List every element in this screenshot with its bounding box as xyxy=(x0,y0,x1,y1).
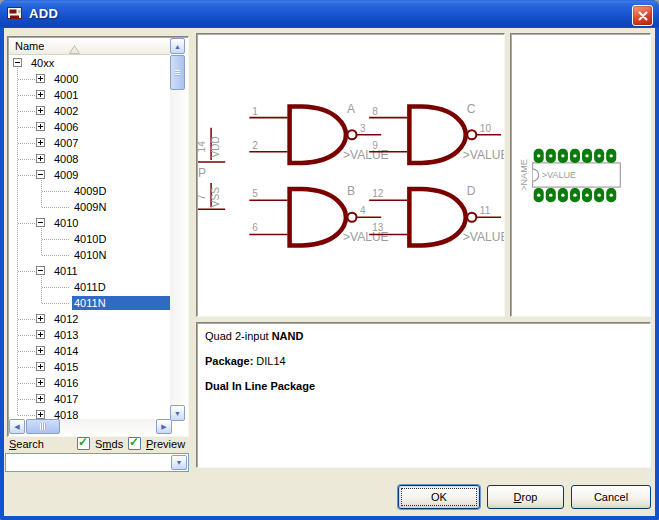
tree-item-label[interactable]: 4017 xyxy=(52,392,80,406)
tree-item-4012[interactable]: 4012 xyxy=(9,311,171,327)
tree-item-label[interactable]: 4011 xyxy=(52,264,80,278)
smds-checkbox-label[interactable]: Smds xyxy=(95,438,123,450)
search-input[interactable] xyxy=(7,455,169,470)
tree-toggle-plus[interactable] xyxy=(36,122,45,131)
tree-toggle-plus[interactable] xyxy=(36,362,45,371)
tree-toggle-plus[interactable] xyxy=(36,106,45,115)
tree-item-label[interactable]: 4010D xyxy=(72,232,108,246)
svg-text:P: P xyxy=(198,166,206,180)
tree-item-40xx[interactable]: 40xx xyxy=(9,55,171,71)
tree-item-label[interactable]: 4012 xyxy=(52,312,80,326)
svg-text:B: B xyxy=(347,184,355,198)
tree-item-4002[interactable]: 4002 xyxy=(9,103,171,119)
tree-toggle-minus[interactable] xyxy=(13,58,22,67)
drop-button[interactable]: Drop xyxy=(487,485,564,509)
tree-item-4011[interactable]: 4011 xyxy=(9,263,171,279)
svg-text:6: 6 xyxy=(252,222,258,233)
tree-item-label[interactable]: 4008 xyxy=(52,152,80,166)
tree-toggle-plus[interactable] xyxy=(36,74,45,83)
tree-item-label[interactable]: 4011N xyxy=(72,296,171,310)
window-title: ADD xyxy=(29,6,58,21)
tree-item-label[interactable]: 4014 xyxy=(52,344,80,358)
tree-item-label[interactable]: 4007 xyxy=(52,136,80,150)
scroll-right-button[interactable]: ▶ xyxy=(156,419,172,434)
tree-item-4009n[interactable]: 4009N xyxy=(9,199,171,215)
tree-column-header[interactable]: Name xyxy=(9,38,171,55)
tree-item-4010[interactable]: 4010 xyxy=(9,215,171,231)
tree-toggle-minus[interactable] xyxy=(36,266,45,275)
tree-vertical-scrollbar[interactable]: ▲ ▼ xyxy=(170,38,187,421)
preview-checkbox[interactable]: ✓ xyxy=(128,437,141,450)
search-combobox[interactable]: ▼ xyxy=(5,453,189,472)
svg-text:2: 2 xyxy=(252,140,258,151)
close-button[interactable] xyxy=(632,5,653,26)
svg-text:1: 1 xyxy=(252,106,258,117)
tree-item-4011n[interactable]: 4011N xyxy=(9,295,171,311)
svg-text:5: 5 xyxy=(252,188,258,199)
tree-toggle-plus[interactable] xyxy=(36,378,45,387)
tree-item-label[interactable]: 4002 xyxy=(52,104,80,118)
horizontal-scrollbar-thumb[interactable] xyxy=(26,419,60,434)
tree-item-4015[interactable]: 4015 xyxy=(9,359,171,375)
tree-toggle-plus[interactable] xyxy=(36,330,45,339)
tree-toggle-plus[interactable] xyxy=(36,346,45,355)
tree-item-4016[interactable]: 4016 xyxy=(9,375,171,391)
dil14-package-drawing: >NAME >VALUE xyxy=(511,34,650,316)
scroll-up-button[interactable]: ▲ xyxy=(170,38,185,54)
tree-item-label[interactable]: 4006 xyxy=(52,120,80,134)
tree-item-4013[interactable]: 4013 xyxy=(9,327,171,343)
svg-text:7: 7 xyxy=(197,194,207,200)
tree-item-4010n[interactable]: 4010N xyxy=(9,247,171,263)
scroll-left-button[interactable]: ◀ xyxy=(9,419,25,434)
svg-text:13: 13 xyxy=(372,222,384,233)
tree-item-4000[interactable]: 4000 xyxy=(9,71,171,87)
tree-toggle-plus[interactable] xyxy=(36,314,45,323)
tree-item-4006[interactable]: 4006 xyxy=(9,119,171,135)
tree-item-label[interactable]: 4010N xyxy=(72,248,108,262)
tree-toggle-plus[interactable] xyxy=(36,394,45,403)
library-tree: 40xx40004001400240064007400840094009D400… xyxy=(9,55,171,421)
preview-checkbox-label[interactable]: Preview xyxy=(146,438,185,450)
tree-toggle-plus[interactable] xyxy=(36,154,45,163)
tree-toggle-plus[interactable] xyxy=(36,90,45,99)
tree-toggle-minus[interactable] xyxy=(36,218,45,227)
tree-toggle-minus[interactable] xyxy=(36,170,45,179)
tree-item-label[interactable]: 4009N xyxy=(72,200,108,214)
tree-item-4007[interactable]: 4007 xyxy=(9,135,171,151)
tree-item-label[interactable]: 40xx xyxy=(29,56,56,70)
tree-item-4009[interactable]: 4009 xyxy=(9,167,171,183)
tree-item-4009d[interactable]: 4009D xyxy=(9,183,171,199)
tree-toggle-plus[interactable] xyxy=(36,410,45,419)
svg-text:D: D xyxy=(467,184,476,198)
svg-text:11: 11 xyxy=(480,205,491,216)
vertical-scrollbar-thumb[interactable] xyxy=(170,55,185,90)
tree-item-label[interactable]: 4000 xyxy=(52,72,80,86)
cancel-button[interactable]: Cancel xyxy=(571,485,651,509)
tree-item-label[interactable]: 4013 xyxy=(52,328,80,342)
tree-header-label: Name xyxy=(15,40,44,52)
tree-item-4008[interactable]: 4008 xyxy=(9,151,171,167)
smds-checkbox[interactable]: ✓ xyxy=(77,437,90,450)
tree-horizontal-scrollbar[interactable]: ◀ ▶ xyxy=(9,419,172,435)
tree-item-label[interactable]: 4010 xyxy=(52,216,80,230)
svg-text:8: 8 xyxy=(372,106,378,117)
svg-text:>VALUE: >VALUE xyxy=(542,170,576,180)
svg-text:4: 4 xyxy=(360,205,366,216)
tree-item-label[interactable]: 4009D xyxy=(72,184,108,198)
tree-item-4010d[interactable]: 4010D xyxy=(9,231,171,247)
tree-item-label[interactable]: 4001 xyxy=(52,88,80,102)
tree-item-label[interactable]: 4011D xyxy=(72,280,108,294)
nand-gate-d: 12 13 11 D >VALUE xyxy=(369,184,504,245)
tree-item-4017[interactable]: 4017 xyxy=(9,391,171,407)
tree-toggle-plus[interactable] xyxy=(36,138,45,147)
tree-item-4014[interactable]: 4014 xyxy=(9,343,171,359)
combo-dropdown-button[interactable]: ▼ xyxy=(171,455,187,470)
tree-item-label[interactable]: 4015 xyxy=(52,360,80,374)
titlebar[interactable]: ADD xyxy=(0,0,659,28)
tree-item-4001[interactable]: 4001 xyxy=(9,87,171,103)
ok-button[interactable]: OK xyxy=(398,485,480,509)
tree-item-4011d[interactable]: 4011D xyxy=(9,279,171,295)
tree-item-label[interactable]: 4016 xyxy=(52,376,80,390)
scroll-down-button[interactable]: ▼ xyxy=(170,405,185,421)
tree-item-label[interactable]: 4009 xyxy=(52,168,80,182)
